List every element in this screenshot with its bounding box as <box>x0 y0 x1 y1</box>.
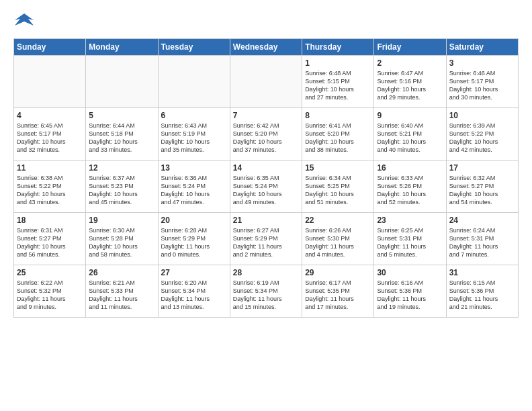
calendar-cell: 5Sunrise: 6:44 AM Sunset: 5:18 PM Daylig… <box>86 107 158 160</box>
day-info: Sunrise: 6:17 AM Sunset: 5:35 PM Dayligh… <box>305 279 371 312</box>
day-number: 28 <box>233 268 299 277</box>
calendar-cell: 12Sunrise: 6:37 AM Sunset: 5:23 PM Dayli… <box>86 160 158 212</box>
day-number: 12 <box>89 163 154 173</box>
day-info: Sunrise: 6:32 AM Sunset: 5:27 PM Dayligh… <box>449 174 515 207</box>
day-number: 15 <box>305 163 371 173</box>
day-number: 7 <box>233 111 299 120</box>
day-info: Sunrise: 6:36 AM Sunset: 5:24 PM Dayligh… <box>161 174 227 207</box>
day-info: Sunrise: 6:48 AM Sunset: 5:15 PM Dayligh… <box>305 69 371 102</box>
header <box>13 11 519 33</box>
calendar-cell: 1Sunrise: 6:48 AM Sunset: 5:15 PM Daylig… <box>302 55 374 107</box>
day-number: 24 <box>449 216 515 225</box>
day-info: Sunrise: 6:34 AM Sunset: 5:25 PM Dayligh… <box>305 174 371 207</box>
day-number: 18 <box>17 216 83 225</box>
calendar-cell: 14Sunrise: 6:35 AM Sunset: 5:24 PM Dayli… <box>230 160 302 212</box>
calendar-cell: 21Sunrise: 6:27 AM Sunset: 5:29 PM Dayli… <box>230 212 302 265</box>
day-number: 20 <box>161 216 227 225</box>
calendar-cell: 27Sunrise: 6:20 AM Sunset: 5:34 PM Dayli… <box>158 265 230 317</box>
day-info: Sunrise: 6:27 AM Sunset: 5:29 PM Dayligh… <box>233 226 299 259</box>
day-info: Sunrise: 6:22 AM Sunset: 5:32 PM Dayligh… <box>17 279 83 312</box>
day-info: Sunrise: 6:38 AM Sunset: 5:22 PM Dayligh… <box>17 174 83 207</box>
calendar-weekday-tuesday: Tuesday <box>158 38 230 55</box>
calendar-cell: 29Sunrise: 6:17 AM Sunset: 5:35 PM Dayli… <box>302 265 374 317</box>
day-number: 25 <box>17 268 83 277</box>
day-info: Sunrise: 6:26 AM Sunset: 5:30 PM Dayligh… <box>305 226 371 259</box>
day-number: 9 <box>377 111 443 120</box>
day-number: 27 <box>161 268 227 277</box>
day-info: Sunrise: 6:21 AM Sunset: 5:33 PM Dayligh… <box>89 279 154 312</box>
calendar-cell <box>14 55 86 107</box>
calendar-weekday-saturday: Saturday <box>446 38 518 55</box>
calendar-header-row: SundayMondayTuesdayWednesdayThursdayFrid… <box>14 38 519 55</box>
day-info: Sunrise: 6:20 AM Sunset: 5:34 PM Dayligh… <box>161 279 227 312</box>
day-number: 23 <box>377 216 443 225</box>
calendar-cell: 4Sunrise: 6:45 AM Sunset: 5:17 PM Daylig… <box>14 107 86 160</box>
day-number: 11 <box>17 163 83 173</box>
calendar-cell: 20Sunrise: 6:28 AM Sunset: 5:29 PM Dayli… <box>158 212 230 265</box>
day-info: Sunrise: 6:44 AM Sunset: 5:18 PM Dayligh… <box>89 122 154 154</box>
calendar-cell: 24Sunrise: 6:24 AM Sunset: 5:31 PM Dayli… <box>446 212 518 265</box>
calendar-weekday-monday: Monday <box>86 38 158 55</box>
calendar-cell: 8Sunrise: 6:41 AM Sunset: 5:20 PM Daylig… <box>302 107 374 160</box>
calendar-week-5: 25Sunrise: 6:22 AM Sunset: 5:32 PM Dayli… <box>14 265 519 317</box>
day-number: 14 <box>233 163 299 173</box>
day-number: 13 <box>161 163 227 173</box>
day-info: Sunrise: 6:16 AM Sunset: 5:36 PM Dayligh… <box>377 279 443 312</box>
day-info: Sunrise: 6:41 AM Sunset: 5:20 PM Dayligh… <box>305 122 371 154</box>
day-info: Sunrise: 6:35 AM Sunset: 5:24 PM Dayligh… <box>233 174 299 207</box>
calendar-cell <box>158 55 230 107</box>
day-info: Sunrise: 6:43 AM Sunset: 5:19 PM Dayligh… <box>161 122 227 154</box>
logo-text <box>13 11 34 33</box>
page: SundayMondayTuesdayWednesdayThursdayFrid… <box>0 0 532 411</box>
day-number: 31 <box>449 268 515 277</box>
calendar-cell: 22Sunrise: 6:26 AM Sunset: 5:30 PM Dayli… <box>302 212 374 265</box>
day-number: 6 <box>161 111 227 120</box>
day-info: Sunrise: 6:24 AM Sunset: 5:31 PM Dayligh… <box>449 226 515 259</box>
calendar-cell: 15Sunrise: 6:34 AM Sunset: 5:25 PM Dayli… <box>302 160 374 212</box>
day-number: 21 <box>233 216 299 225</box>
calendar-cell: 25Sunrise: 6:22 AM Sunset: 5:32 PM Dayli… <box>14 265 86 317</box>
calendar-cell: 17Sunrise: 6:32 AM Sunset: 5:27 PM Dayli… <box>446 160 518 212</box>
day-number: 22 <box>305 216 371 225</box>
calendar-cell: 18Sunrise: 6:31 AM Sunset: 5:27 PM Dayli… <box>14 212 86 265</box>
day-info: Sunrise: 6:31 AM Sunset: 5:27 PM Dayligh… <box>17 226 83 259</box>
day-info: Sunrise: 6:33 AM Sunset: 5:26 PM Dayligh… <box>377 174 443 207</box>
calendar-cell: 16Sunrise: 6:33 AM Sunset: 5:26 PM Dayli… <box>374 160 446 212</box>
calendar-weekday-friday: Friday <box>374 38 446 55</box>
calendar-cell: 23Sunrise: 6:25 AM Sunset: 5:31 PM Dayli… <box>374 212 446 265</box>
day-info: Sunrise: 6:39 AM Sunset: 5:22 PM Dayligh… <box>449 122 515 154</box>
calendar-cell: 26Sunrise: 6:21 AM Sunset: 5:33 PM Dayli… <box>86 265 158 317</box>
day-info: Sunrise: 6:47 AM Sunset: 5:16 PM Dayligh… <box>377 69 443 102</box>
calendar-cell: 3Sunrise: 6:46 AM Sunset: 5:17 PM Daylig… <box>446 55 518 107</box>
calendar-week-3: 11Sunrise: 6:38 AM Sunset: 5:22 PM Dayli… <box>14 160 519 212</box>
calendar-week-4: 18Sunrise: 6:31 AM Sunset: 5:27 PM Dayli… <box>14 212 519 265</box>
day-number: 3 <box>449 58 515 68</box>
day-info: Sunrise: 6:46 AM Sunset: 5:17 PM Dayligh… <box>449 69 515 102</box>
calendar-cell: 10Sunrise: 6:39 AM Sunset: 5:22 PM Dayli… <box>446 107 518 160</box>
day-info: Sunrise: 6:19 AM Sunset: 5:34 PM Dayligh… <box>233 279 299 312</box>
calendar-weekday-wednesday: Wednesday <box>230 38 302 55</box>
day-number: 30 <box>377 268 443 277</box>
day-number: 8 <box>305 111 371 120</box>
day-info: Sunrise: 6:42 AM Sunset: 5:20 PM Dayligh… <box>233 122 299 154</box>
day-info: Sunrise: 6:30 AM Sunset: 5:28 PM Dayligh… <box>89 226 154 259</box>
calendar-cell: 9Sunrise: 6:40 AM Sunset: 5:21 PM Daylig… <box>374 107 446 160</box>
day-info: Sunrise: 6:25 AM Sunset: 5:31 PM Dayligh… <box>377 226 443 259</box>
day-number: 5 <box>89 111 154 120</box>
calendar-weekday-thursday: Thursday <box>302 38 374 55</box>
calendar-cell: 6Sunrise: 6:43 AM Sunset: 5:19 PM Daylig… <box>158 107 230 160</box>
calendar-cell: 2Sunrise: 6:47 AM Sunset: 5:16 PM Daylig… <box>374 55 446 107</box>
calendar-table: SundayMondayTuesdayWednesdayThursdayFrid… <box>13 38 519 318</box>
calendar-cell: 28Sunrise: 6:19 AM Sunset: 5:34 PM Dayli… <box>230 265 302 317</box>
day-number: 19 <box>89 216 154 225</box>
day-info: Sunrise: 6:15 AM Sunset: 5:36 PM Dayligh… <box>449 279 515 312</box>
day-info: Sunrise: 6:40 AM Sunset: 5:21 PM Dayligh… <box>377 122 443 154</box>
day-number: 29 <box>305 268 371 277</box>
calendar-cell: 11Sunrise: 6:38 AM Sunset: 5:22 PM Dayli… <box>14 160 86 212</box>
day-number: 16 <box>377 163 443 173</box>
logo <box>13 11 34 33</box>
day-number: 2 <box>377 58 443 68</box>
calendar-cell <box>86 55 158 107</box>
calendar-cell: 7Sunrise: 6:42 AM Sunset: 5:20 PM Daylig… <box>230 107 302 160</box>
calendar-cell: 30Sunrise: 6:16 AM Sunset: 5:36 PM Dayli… <box>374 265 446 317</box>
